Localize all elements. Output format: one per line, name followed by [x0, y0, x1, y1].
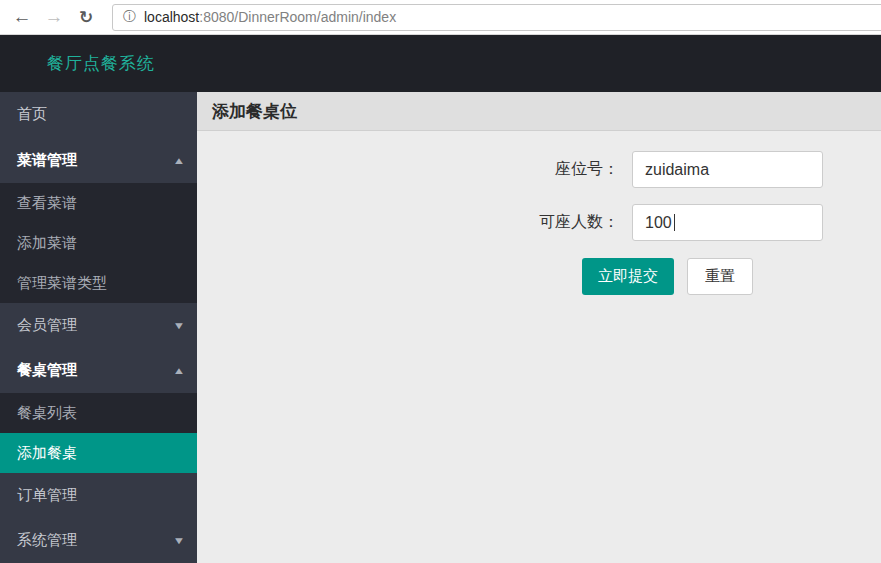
chevron-up-icon: ▲: [173, 365, 186, 376]
url-path: :8080/DinnerRoom/admin/index: [199, 9, 396, 25]
chevron-down-icon: ▼: [173, 320, 186, 331]
chevron-up-icon: ▲: [173, 155, 186, 166]
sidebar-item-table-list[interactable]: 餐桌列表: [0, 393, 197, 433]
browser-toolbar: ← → ↻ ⓘ localhost:8080/DinnerRoom/admin/…: [0, 0, 881, 35]
brand-title[interactable]: 餐厅点餐系统: [0, 52, 155, 75]
form-actions: 立即提交 重置: [197, 258, 881, 295]
sidebar-item-label: 首页: [17, 105, 47, 124]
seat-number-label: 座位号：: [197, 159, 632, 180]
form-row-seat-number: 座位号：: [197, 151, 881, 188]
sidebar: 首页 菜谱管理 ▲ 查看菜谱 添加菜谱 管理菜谱类型 会员管理 ▼ 餐桌管理 ▲…: [0, 92, 197, 563]
sidebar-item-label: 添加餐桌: [17, 444, 77, 463]
sidebar-item-add-recipe[interactable]: 添加菜谱: [0, 223, 197, 263]
sidebar-item-label: 餐桌列表: [17, 404, 77, 423]
main-content: 添加餐桌位 座位号： 可座人数： 立即提交 重置: [197, 92, 881, 563]
sidebar-item-add-table[interactable]: 添加餐桌: [0, 433, 197, 473]
sidebar-item-label: 菜谱管理: [17, 151, 77, 170]
sidebar-group-tables[interactable]: 餐桌管理 ▲: [0, 348, 197, 393]
sidebar-item-label: 系统管理: [17, 531, 77, 550]
sidebar-item-home[interactable]: 首页: [0, 92, 197, 137]
sidebar-item-label: 添加菜谱: [17, 234, 77, 253]
capacity-input[interactable]: [632, 204, 823, 241]
sidebar-item-label: 会员管理: [17, 316, 77, 335]
page-header: 添加餐桌位: [197, 92, 881, 131]
url-text: localhost:8080/DinnerRoom/admin/index: [144, 9, 396, 25]
sidebar-item-manage-recipe-types[interactable]: 管理菜谱类型: [0, 263, 197, 303]
seat-number-input[interactable]: [632, 151, 823, 188]
add-table-form: 座位号： 可座人数： 立即提交 重置: [197, 131, 881, 295]
submit-button[interactable]: 立即提交: [582, 258, 674, 295]
sidebar-group-recipes[interactable]: 菜谱管理 ▲: [0, 137, 197, 183]
page-title: 添加餐桌位: [212, 100, 297, 123]
reload-icon[interactable]: ↻: [72, 3, 100, 31]
sidebar-group-members[interactable]: 会员管理 ▼: [0, 303, 197, 348]
sidebar-item-label: 订单管理: [17, 486, 77, 505]
app-header: 餐厅点餐系统: [0, 35, 881, 92]
sidebar-item-label: 管理菜谱类型: [17, 274, 107, 293]
capacity-label: 可座人数：: [197, 212, 632, 233]
sidebar-item-label: 餐桌管理: [17, 361, 77, 380]
sidebar-item-view-recipes[interactable]: 查看菜谱: [0, 183, 197, 223]
form-row-capacity: 可座人数：: [197, 204, 881, 241]
reset-button[interactable]: 重置: [687, 258, 753, 295]
text-cursor: [674, 214, 675, 231]
sidebar-group-system[interactable]: 系统管理 ▼: [0, 518, 197, 563]
sidebar-group-orders[interactable]: 订单管理: [0, 473, 197, 518]
info-icon[interactable]: ⓘ: [123, 8, 136, 26]
chevron-down-icon: ▼: [173, 535, 186, 546]
address-bar[interactable]: ⓘ localhost:8080/DinnerRoom/admin/index: [112, 4, 881, 31]
url-host: localhost: [144, 9, 199, 25]
forward-icon[interactable]: →: [40, 3, 68, 31]
sidebar-item-label: 查看菜谱: [17, 194, 77, 213]
back-icon[interactable]: ←: [8, 3, 36, 31]
